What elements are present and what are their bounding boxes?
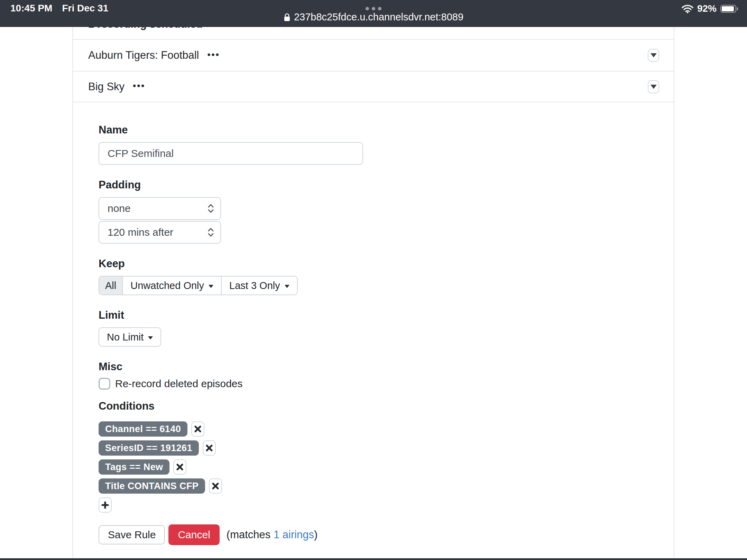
bottom-separator (0, 558, 747, 560)
rerecord-check-row: Re-record deleted episodes (99, 378, 674, 390)
wifi-icon (682, 4, 693, 13)
condition-badge: Tags == New (99, 459, 169, 475)
keep-all-label: All (105, 280, 116, 291)
recording-scheduled-text: 1 recording scheduled (88, 27, 203, 31)
airings-link[interactable]: 1 airings (274, 529, 314, 541)
remove-condition-button[interactable] (203, 440, 216, 456)
rule-name-input[interactable] (99, 142, 363, 165)
keep-all-button[interactable]: All (99, 277, 122, 295)
close-icon (212, 482, 219, 490)
misc-label: Misc (99, 361, 674, 373)
padding-after-value: 120 mins after (108, 226, 173, 238)
rule-title: Auburn Tigers: Football (88, 49, 199, 62)
keep-unwatched-label: Unwatched Only (130, 280, 204, 291)
lock-icon (284, 13, 290, 22)
misc-section: Misc Re-record deleted episodes (99, 361, 674, 390)
limit-dropdown-button[interactable]: No Limit (99, 327, 161, 347)
caret-down-icon (209, 285, 213, 288)
cancel-button[interactable]: Cancel (168, 524, 219, 545)
condition-badge: Title CONTAINS CFP (99, 478, 205, 494)
rule-row-auburn-tigers[interactable]: Auburn Tigers: Football ••• (73, 40, 674, 72)
close-icon (176, 463, 184, 471)
padding-before-select[interactable]: none (99, 197, 221, 220)
rule-editor-form: Name Padding none 120 mins after (73, 102, 674, 545)
status-bar: 10:45 PM Fri Dec 31 237b8c25fdce.u.chann… (0, 0, 747, 27)
condition-badge: SeriesID == 191261 (99, 440, 199, 456)
condition-row: SeriesID == 191261 (99, 440, 674, 456)
name-section: Name (99, 124, 674, 165)
padding-after-select[interactable]: 120 mins after (99, 221, 221, 244)
status-right: 92% (682, 3, 738, 14)
chevron-down-icon (651, 53, 657, 57)
save-rule-button[interactable]: Save Rule (99, 525, 165, 544)
add-condition-row (99, 497, 674, 513)
keep-last-3-only-button[interactable]: Last 3 Only (221, 277, 297, 295)
condition-row: Tags == New (99, 459, 674, 475)
url-text: 237b8c25fdce.u.channelsdvr.net:8089 (294, 11, 463, 23)
rule-row-big-sky[interactable]: Big Sky ••• (73, 72, 674, 102)
keep-button-group: All Unwatched Only Last 3 Only (99, 276, 298, 295)
select-updown-icon (207, 203, 215, 214)
matches-text: (matches 1 airings) (227, 529, 318, 541)
limit-section: Limit No Limit (99, 309, 674, 347)
rerecord-checkbox[interactable] (99, 378, 110, 390)
condition-badge: Channel == 6140 (99, 421, 187, 437)
ellipsis-menu-icon[interactable]: ••• (208, 49, 220, 60)
keep-section: Keep All Unwatched Only Last 3 Only (99, 258, 674, 295)
remove-condition-button[interactable] (173, 459, 186, 475)
form-actions: Save Rule Cancel (matches 1 airings) (99, 524, 674, 545)
address-bar[interactable]: 237b8c25fdce.u.channelsdvr.net:8089 (0, 11, 747, 23)
padding-section: Padding none 120 mins after (99, 179, 674, 244)
conditions-section: Conditions Channel == 6140 SeriesID == 1… (99, 400, 674, 513)
screen: 10:45 PM Fri Dec 31 237b8c25fdce.u.chann… (0, 0, 747, 560)
caret-down-icon (148, 336, 153, 339)
chevron-down-icon (651, 85, 657, 89)
limit-value: No Limit (107, 332, 144, 343)
collapse-rule-button[interactable] (648, 80, 659, 93)
padding-before-value: none (108, 203, 131, 214)
keep-last3-label: Last 3 Only (229, 280, 280, 291)
matches-prefix: (matches (227, 529, 270, 541)
name-label: Name (99, 124, 674, 136)
matches-suffix: ) (314, 529, 317, 541)
condition-row: Channel == 6140 (99, 421, 674, 437)
remove-condition-button[interactable] (191, 421, 204, 437)
limit-label: Limit (99, 309, 674, 321)
rule-title: Big Sky (88, 81, 124, 93)
padding-label: Padding (99, 179, 674, 191)
select-updown-icon (207, 227, 215, 238)
battery-percent: 92% (697, 3, 717, 14)
plus-icon (101, 501, 109, 509)
condition-row: Title CONTAINS CFP (99, 478, 674, 494)
tab-overview-dots-icon[interactable] (0, 7, 747, 10)
battery-icon (720, 5, 738, 13)
add-condition-button[interactable] (99, 497, 112, 513)
content-panel: 1 recording scheduled Auburn Tigers: Foo… (72, 27, 674, 560)
keep-unwatched-only-button[interactable]: Unwatched Only (122, 277, 221, 295)
remove-condition-button[interactable] (209, 478, 222, 494)
rerecord-checkbox-label: Re-record deleted episodes (115, 378, 243, 390)
ellipsis-menu-icon[interactable]: ••• (133, 81, 145, 91)
clipped-status-row: 1 recording scheduled (73, 27, 674, 40)
keep-label: Keep (99, 258, 674, 270)
close-icon (194, 425, 202, 433)
close-icon (205, 444, 213, 452)
expand-rule-button[interactable] (648, 49, 659, 62)
conditions-label: Conditions (99, 400, 674, 412)
caret-down-icon (285, 285, 289, 288)
